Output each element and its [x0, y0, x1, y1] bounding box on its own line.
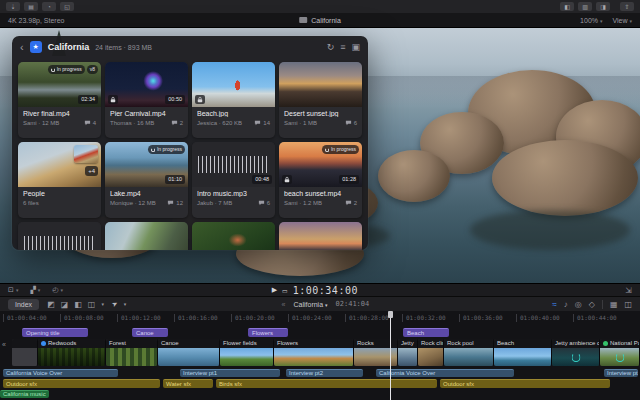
extensions-icon: ◱ [64, 4, 70, 10]
comments-badge[interactable]: 4 [84, 120, 96, 126]
tool-selector-dropdown[interactable]: ➤ ▾ [112, 300, 126, 308]
comment-bubble-icon [171, 120, 178, 126]
import-button[interactable]: ⇣ [6, 2, 20, 11]
title-clip[interactable]: Opening title [22, 328, 88, 337]
view-dropdown[interactable]: View ▾ [612, 17, 632, 24]
media-card[interactable]: 05:10 [279, 222, 362, 250]
connected-clip[interactable]: Interview pt2 [286, 369, 363, 377]
toggle-inspector-button[interactable]: ◨ [596, 2, 610, 11]
timeline-start-icon: « [2, 341, 6, 348]
comments-badge[interactable]: 2 [345, 200, 357, 206]
playhead-handle[interactable] [388, 311, 393, 318]
video-clip[interactable]: Canoe [158, 339, 220, 366]
play-button[interactable]: ▶ [272, 286, 277, 294]
connected-clip[interactable]: Interview pt1 [180, 369, 280, 377]
sfx-clip[interactable]: Outdoor sfx [440, 379, 610, 388]
duration-badge: 00:50 [165, 95, 185, 105]
clip-progress-ring-icon [615, 353, 624, 362]
video-clip[interactable]: National Park [600, 339, 640, 366]
bottom-panel-icon: ▥ [582, 4, 588, 10]
video-clip[interactable]: Flowers [274, 339, 354, 366]
media-card[interactable]: 02:01 [18, 222, 101, 250]
comments-badge[interactable]: 14 [254, 120, 270, 126]
clip-thumbnail: In progress 01:28 [279, 142, 362, 187]
video-clip-thumb [274, 348, 353, 366]
video-clip-name: Jetty ambience clip [552, 339, 599, 348]
sync-button[interactable]: ↻ [327, 43, 335, 52]
snapping-toggle[interactable]: ◇ [589, 300, 595, 309]
video-clip[interactable]: Jetty ambience clip [552, 339, 600, 366]
connected-clip[interactable]: Interview pt3 [604, 369, 638, 377]
back-button[interactable]: ‹ [20, 42, 24, 53]
media-card[interactable]: 05:30 [192, 222, 275, 250]
in-progress-badge: In progress [322, 145, 359, 154]
title-clip[interactable]: Canoe [132, 328, 168, 337]
retime-dropdown[interactable]: ◴▾ [52, 286, 63, 294]
rock [492, 140, 638, 216]
audio-skimming-toggle[interactable]: ♪ [564, 300, 568, 309]
media-card[interactable]: In progress v8 02:34 River final.mp4 Sam… [18, 62, 101, 138]
title-clip[interactable]: Flowers [248, 328, 288, 337]
keywords-button[interactable]: ▤ [24, 2, 38, 11]
video-clip[interactable]: Rock climb [418, 339, 444, 366]
media-card[interactable] [105, 222, 188, 250]
transform-tool-dropdown[interactable]: ⊡▾ [8, 286, 18, 294]
clip-thumbnail: In progress 01:10 [105, 142, 188, 187]
video-clip[interactable] [12, 339, 38, 366]
comments-badge[interactable]: 6 [345, 120, 357, 126]
clip-title: beach sunset.mp4 [284, 190, 357, 197]
panel-options-button[interactable]: ▣ [351, 43, 360, 52]
toggle-timeline-button[interactable]: ▥ [578, 2, 592, 11]
index-button[interactable]: Index [8, 299, 39, 310]
media-card[interactable]: +4 People 6 files [18, 142, 101, 218]
zoom-dropdown[interactable]: 100% ▾ [580, 17, 602, 24]
comments-badge[interactable]: 2 [171, 120, 183, 126]
playhead[interactable] [390, 311, 391, 400]
timeline-project-dropdown[interactable]: California ▾ [294, 301, 328, 308]
connected-clip[interactable]: California Voice Over [376, 369, 514, 377]
effects-browser-button[interactable]: ▦ [610, 300, 618, 309]
ruler-timecode: 01:00:04:00 [3, 314, 47, 322]
sfx-clip[interactable]: Birds sfx [216, 379, 437, 388]
toggle-browser-button[interactable]: ◧ [560, 2, 574, 11]
skimming-toggle[interactable]: ≈ [552, 300, 556, 309]
list-view-button[interactable]: ≡ [340, 43, 345, 52]
comment-bubble-icon [84, 120, 91, 126]
video-clip[interactable]: Beach [494, 339, 552, 366]
video-clip[interactable]: Rock pool [444, 339, 494, 366]
media-card[interactable]: Beach.jpg Jessica · 620 KB 14 [192, 62, 275, 138]
overwrite-edit-button[interactable]: ◫ [88, 300, 96, 309]
video-clip[interactable]: Jetty [398, 339, 418, 366]
video-clip[interactable]: Forest [106, 339, 158, 366]
video-clip[interactable]: Redwoods [38, 339, 106, 366]
append-edit-button[interactable]: ◧ [74, 300, 82, 309]
insert-edit-button[interactable]: ◪ [61, 300, 69, 309]
solo-toggle[interactable]: ◎ [575, 300, 582, 309]
transitions-browser-button[interactable]: ◫ [624, 300, 632, 309]
video-clip[interactable]: Flower fields [220, 339, 274, 366]
timeline-history-icon[interactable]: « [282, 301, 286, 308]
sfx-clip[interactable]: Outdoor sfx [3, 379, 160, 388]
extensions-button[interactable]: ◱ [60, 2, 74, 11]
connected-clip[interactable]: California Voice Over [3, 369, 118, 377]
media-card[interactable]: 00:48 Intro music.mp3 Jakub · 7 MB 6 [192, 142, 275, 218]
video-clip-name: Rock climb [418, 339, 443, 348]
title-clip[interactable]: Beach [403, 328, 449, 337]
media-browser-panel: ‹ ★ California 24 items · 893 MB ↻ ≡ ▣ I… [12, 36, 368, 250]
connect-edit-button[interactable]: ◩ [47, 300, 55, 309]
background-tasks-button[interactable]: ◔ [42, 2, 56, 11]
trim-tool-dropdown[interactable]: ▞▾ [30, 286, 40, 294]
media-card[interactable]: In progress 01:10 Lake.mp4 Monique · 12 … [105, 142, 188, 218]
timeline[interactable]: 01:00:04:0001:00:08:0001:00:12:0001:00:1… [0, 311, 640, 400]
comments-badge[interactable]: 6 [258, 200, 270, 206]
music-clip[interactable]: California music [0, 390, 49, 398]
share-button[interactable]: ⇧ [620, 2, 634, 11]
media-card[interactable]: Desert sunset.jpg Sami · 1 MB 6 [279, 62, 362, 138]
video-clip[interactable]: Rocks [354, 339, 398, 366]
media-card[interactable]: 00:50 Pier Carnival.mp4 Thomas · 16 MB 2 [105, 62, 188, 138]
fullscreen-button[interactable]: ⇲ [625, 286, 632, 295]
comments-badge[interactable]: 12 [167, 200, 183, 206]
sfx-clip[interactable]: Water sfx [163, 379, 213, 388]
video-clip-thumb [12, 348, 37, 366]
media-card[interactable]: In progress 01:28 beach sunset.mp4 Sami … [279, 142, 362, 218]
